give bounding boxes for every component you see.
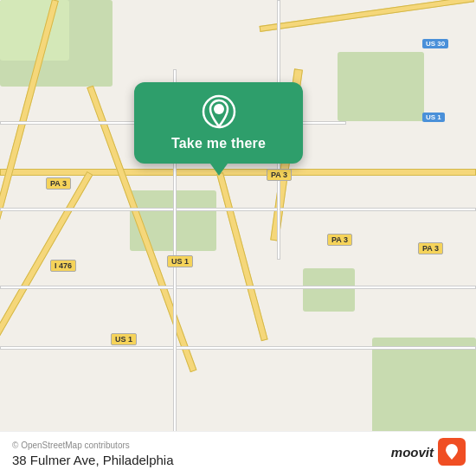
bottom-bar: © OpenStreetMap contributors 38 Fulmer A… xyxy=(0,431,476,476)
moovit-text: moovit xyxy=(391,445,434,460)
location-pin-icon xyxy=(202,94,236,129)
take-me-there-button[interactable]: Take me there xyxy=(171,136,266,151)
map-container: US 30 US 1 PA 3 PA 3 PA 3 PA 3 US 1 I 47… xyxy=(0,0,476,476)
sign-pa3-right: PA 3 xyxy=(418,242,443,254)
svg-point-1 xyxy=(214,104,224,114)
sign-pa3-left: PA 3 xyxy=(46,177,71,190)
address-text: 38 Fulmer Ave, Philadelphia xyxy=(12,453,174,467)
sign-us1-mid: US 1 xyxy=(167,255,193,267)
green-area xyxy=(338,52,424,121)
sign-pa3-center: PA 3 xyxy=(267,169,292,181)
road-pa3-h xyxy=(0,169,476,176)
green-area xyxy=(303,268,355,312)
road-gray3 xyxy=(0,286,476,289)
road-gray4 xyxy=(0,346,476,350)
sign-us1-top: US 1 xyxy=(422,113,445,122)
green-area xyxy=(0,0,69,61)
road-gray2 xyxy=(0,208,476,211)
popup-card: Take me there xyxy=(134,82,303,164)
sign-i476: I 476 xyxy=(50,260,76,272)
sign-us1-lower: US 1 xyxy=(111,333,137,345)
sign-us30: US 30 xyxy=(422,39,448,48)
moovit-logo: moovit xyxy=(391,438,466,466)
moovit-icon xyxy=(438,438,466,466)
sign-pa3-lower: PA 3 xyxy=(327,234,352,246)
